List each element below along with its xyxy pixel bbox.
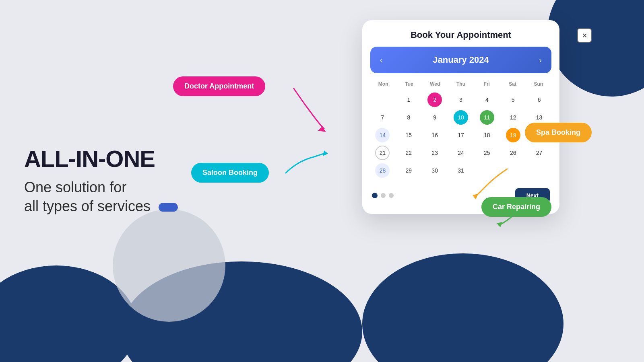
day-4[interactable]: 4 — [475, 92, 499, 108]
dot-indicators — [372, 193, 394, 198]
day-23[interactable]: 23 — [423, 145, 447, 161]
day-empty — [370, 92, 395, 108]
dot-1[interactable] — [372, 193, 378, 198]
day-16[interactable]: 16 — [423, 127, 447, 143]
month-title: January 2024 — [433, 55, 489, 65]
day-3[interactable]: 3 — [449, 92, 473, 108]
day-31[interactable]: 31 — [449, 162, 473, 179]
arrow-doctor — [290, 84, 330, 133]
bg-shape-top-right — [547, 0, 644, 97]
day-27[interactable]: 27 — [527, 145, 551, 161]
day-28[interactable]: 28 — [375, 163, 390, 178]
day-9[interactable]: 9 — [423, 109, 447, 125]
day-19-wrapper: 19 — [501, 127, 525, 143]
svg-marker-0 — [318, 127, 326, 132]
car-repairing-badge[interactable]: Car Repairing — [481, 197, 551, 217]
day-26[interactable]: 26 — [501, 145, 525, 161]
subheadline: One solution for all types of services — [24, 178, 178, 216]
pill-indicator — [159, 203, 178, 212]
day-12[interactable]: 12 — [501, 109, 525, 125]
day-19[interactable]: 19 — [506, 128, 520, 142]
dot-3[interactable] — [389, 193, 394, 198]
day-header-sun: Sun — [526, 80, 551, 88]
day-11-wrapper: 11 — [475, 109, 499, 125]
close-button[interactable]: ✕ — [577, 28, 592, 43]
day-22[interactable]: 22 — [396, 145, 421, 161]
day-header-fri: Fri — [474, 80, 500, 88]
arrow-saloon — [282, 145, 330, 177]
spa-booking-badge[interactable]: Spa Booking — [525, 123, 592, 142]
doctor-appointment-badge[interactable]: Doctor Appointment — [173, 76, 265, 96]
svg-marker-3 — [497, 222, 502, 227]
day-header-thu: Thu — [448, 80, 474, 88]
day-header-wed: Wed — [422, 80, 448, 88]
dot-2[interactable] — [381, 193, 386, 198]
day-8[interactable]: 8 — [396, 109, 421, 125]
booking-card: Book Your Appointment ‹ January 2024 › M… — [362, 20, 559, 214]
day-7[interactable]: 7 — [370, 109, 395, 125]
day-10[interactable]: 10 — [454, 110, 468, 125]
bg-shape-mid-left — [113, 209, 225, 322]
day-10-wrapper: 10 — [449, 109, 473, 125]
day-1[interactable]: 1 — [396, 92, 421, 108]
day-header-tue: Tue — [396, 80, 422, 88]
day-2[interactable]: 2 — [427, 93, 442, 107]
day-14[interactable]: 14 — [375, 128, 390, 142]
day-25[interactable]: 25 — [475, 145, 499, 161]
days-grid: 1 2 3 4 5 6 7 8 9 10 11 12 13 14 15 — [370, 92, 551, 179]
next-month-button[interactable]: › — [539, 56, 542, 65]
left-content: ALL-IN-ONE One solution for all types of… — [24, 146, 178, 216]
bg-shape-bottom-right — [362, 253, 564, 362]
day-11[interactable]: 11 — [480, 110, 494, 125]
day-header-sat: Sat — [500, 80, 525, 88]
day-5[interactable]: 5 — [501, 92, 525, 108]
day-14-wrapper: 14 — [370, 127, 395, 143]
calendar-header: ‹ January 2024 › — [370, 47, 551, 73]
day-2-wrapper: 2 — [423, 92, 447, 108]
day-18[interactable]: 18 — [475, 127, 499, 143]
day-29[interactable]: 29 — [396, 162, 421, 179]
day-30[interactable]: 30 — [423, 162, 447, 179]
day-21-wrapper: 21 — [370, 145, 395, 161]
day-6[interactable]: 6 — [527, 92, 551, 108]
prev-month-button[interactable]: ‹ — [380, 56, 383, 65]
day-empty2 — [475, 162, 499, 179]
day-headers: Mon Tue Wed Thu Fri Sat Sun — [370, 80, 551, 88]
headline: ALL-IN-ONE — [24, 146, 178, 172]
svg-marker-1 — [323, 150, 328, 156]
saloon-booking-badge[interactable]: Saloon Booking — [191, 163, 269, 183]
day-17[interactable]: 17 — [449, 127, 473, 143]
day-21[interactable]: 21 — [375, 146, 390, 160]
day-empty4 — [527, 162, 551, 179]
day-24[interactable]: 24 — [449, 145, 473, 161]
day-header-mon: Mon — [370, 80, 396, 88]
day-15[interactable]: 15 — [396, 127, 421, 143]
day-empty3 — [501, 162, 525, 179]
day-28-wrapper: 28 — [370, 162, 395, 179]
card-title: Book Your Appointment — [362, 20, 559, 47]
